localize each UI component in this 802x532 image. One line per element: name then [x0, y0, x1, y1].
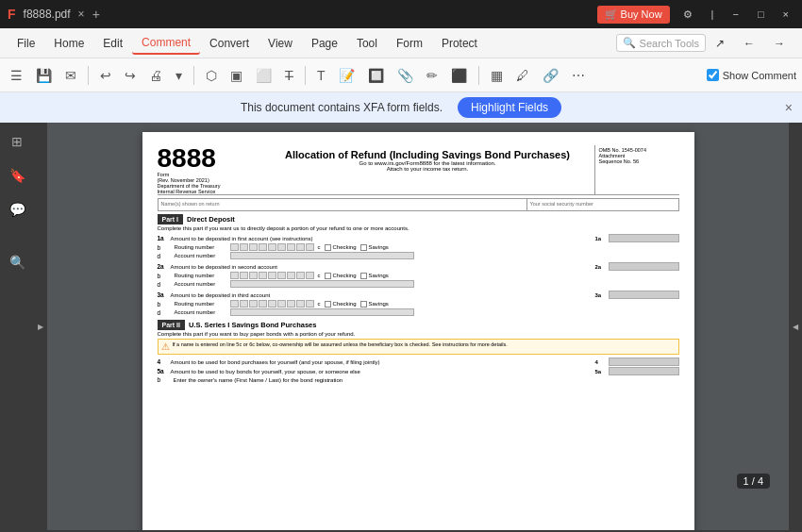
sidebar-pages-icon[interactable]: ⊞ — [8, 130, 26, 153]
account-field-2[interactable] — [230, 280, 414, 288]
menu-protect[interactable]: Protect — [432, 33, 487, 54]
menu-convert[interactable]: Convert — [200, 33, 259, 54]
row-2d-text: Account number — [175, 281, 226, 287]
redo-icon[interactable]: ↪ — [120, 65, 141, 86]
attach-icon[interactable]: 📎 — [393, 65, 418, 86]
row-5b-text: Enter the owner's name (First Name / Las… — [174, 377, 679, 383]
menu-tool[interactable]: Tool — [347, 33, 387, 54]
save-icon[interactable]: 💾 — [31, 65, 57, 86]
sequence-label: Sequence No. 56 — [599, 158, 640, 164]
row-2b-text: Routing number — [175, 273, 226, 278]
underline-icon[interactable]: ⬜ — [251, 65, 276, 86]
strikethrough-icon[interactable]: T̶ — [280, 65, 298, 86]
row-4-field[interactable] — [609, 357, 679, 366]
row-5a-num: 5a — [158, 368, 171, 374]
row-4-num: 4 — [158, 358, 171, 365]
part2-desc: Complete this part if you want to buy pa… — [158, 331, 679, 337]
select-icon[interactable]: ⬡ — [201, 65, 222, 86]
show-comment-checkbox[interactable] — [707, 69, 719, 81]
highlight-icon[interactable]: ▣ — [226, 65, 247, 86]
row-3b-text: Routing number — [175, 301, 226, 307]
menu-file[interactable]: File — [8, 33, 44, 54]
link-icon[interactable]: 🔗 — [538, 65, 563, 86]
external-link-icon[interactable]: ↗ — [706, 33, 734, 54]
check-1-checking: Checking — [325, 244, 357, 251]
menu-edit[interactable]: Edit — [93, 33, 132, 54]
separator-icon: | — [706, 7, 720, 22]
left-panel-toggle[interactable]: ▶ — [34, 123, 47, 530]
undo-icon[interactable]: ↩ — [95, 65, 116, 86]
row-1a-field[interactable] — [609, 234, 679, 242]
row-3a-text: Amount to be deposited in third account — [171, 292, 595, 298]
row-2a-text: Amount to be deposited in second account — [171, 264, 595, 270]
sidebar-search-icon[interactable]: 🔍 — [6, 251, 29, 274]
row-1a-text: Amount to be deposited in first account … — [171, 236, 595, 241]
account-field-1[interactable] — [230, 252, 414, 259]
menu-home[interactable]: Home — [44, 33, 93, 54]
part1-desc: Complete this part if you want us to dir… — [158, 225, 679, 231]
account-field-3[interactable] — [230, 308, 414, 316]
draw-icon[interactable]: ✏ — [422, 65, 443, 86]
forward-icon[interactable]: → — [764, 33, 794, 54]
menu-view[interactable]: View — [259, 33, 302, 54]
buy-now-button[interactable]: 🛒 Buy Now — [597, 6, 670, 24]
search-tools-label: Search Tools — [640, 38, 699, 49]
row-1a-num: 1a — [158, 235, 171, 241]
highlight-fields-button[interactable]: Highlight Fields — [458, 97, 561, 118]
eraser-icon[interactable]: ⬛ — [446, 65, 472, 86]
back-icon[interactable]: ← — [734, 33, 764, 54]
xfa-close-button[interactable]: × — [785, 100, 793, 115]
routing-boxes-2 — [230, 272, 314, 279]
part2-label: Part II — [158, 320, 185, 330]
menu-comment[interactable]: Comment — [132, 32, 200, 55]
show-comment-toggle[interactable]: Show Comment — [707, 69, 796, 81]
shape-icon[interactable]: T — [312, 65, 330, 86]
email-icon[interactable]: ✉ — [60, 65, 81, 86]
row-3a-num: 3a — [158, 291, 171, 298]
warning-text: If a name is entered on line 5c or 6c be… — [173, 341, 508, 347]
sidebar-bookmark-icon[interactable]: 🔖 — [6, 164, 29, 187]
print-icon[interactable]: 🖨 — [144, 65, 167, 86]
stamp-icon[interactable]: 🔲 — [363, 65, 389, 86]
tab-close-button[interactable]: × — [78, 8, 85, 21]
maximize-button[interactable]: □ — [752, 7, 770, 22]
tab-add-button[interactable]: + — [92, 7, 100, 22]
minimize-button[interactable]: − — [727, 7, 744, 22]
separator-4 — [478, 66, 479, 85]
menu-form[interactable]: Form — [387, 33, 432, 54]
hand-icon[interactable]: ☰ — [6, 65, 27, 86]
menu-page[interactable]: Page — [302, 33, 347, 54]
row-5a-field[interactable] — [609, 367, 679, 375]
routing-boxes-3 — [230, 300, 314, 308]
part1-label: Part I — [158, 214, 184, 224]
row-3c-label: c — [318, 301, 321, 307]
plugin-icon[interactable]: ⚙ — [677, 7, 698, 23]
toolbar: ☰ 💾 ✉ ↩ ↪ 🖨 ▾ ⬡ ▣ ⬜ T̶ T 📝 🔲 📎 ✏ ⬛ ▦ 🖊 🔗… — [0, 58, 802, 92]
separator-1 — [88, 66, 89, 85]
row-2a-field[interactable] — [609, 262, 679, 271]
row-4-label: 4 — [595, 359, 609, 365]
close-button[interactable]: × — [777, 7, 794, 22]
row-1d-text: Account number — [175, 253, 226, 258]
sign-icon[interactable]: 🖊 — [511, 65, 534, 86]
check-3-savings: Savings — [360, 301, 389, 308]
note-icon[interactable]: 📝 — [334, 65, 359, 86]
document-viewer: 8888 Form (Rev. November 2021) Departmen… — [47, 123, 789, 530]
row-1c-savings-label: Savings — [369, 244, 389, 250]
row-4-text: Amount to be used for bond purchases for… — [171, 359, 595, 365]
dropdown-icon[interactable]: ▾ — [171, 65, 187, 86]
row-3a-field[interactable] — [609, 291, 679, 299]
search-tools-input[interactable]: 🔍 Search Tools — [616, 34, 706, 52]
row-2a-num: 2a — [158, 263, 171, 270]
search-icon: 🔍 — [623, 37, 636, 49]
form-number: 8888 — [158, 145, 261, 172]
right-panel-toggle[interactable]: ◀ — [789, 123, 802, 530]
titlebar: F f8888.pdf × + 🛒 Buy Now ⚙ | − □ × — [0, 0, 802, 28]
more-icon[interactable]: ⋯ — [567, 65, 590, 86]
row-5a-text: Amount to be used to buy bonds for yours… — [171, 369, 595, 374]
row-5b-label: b — [158, 376, 171, 383]
sidebar-comment-icon[interactable]: 💬 — [6, 198, 29, 221]
table-icon[interactable]: ▦ — [486, 65, 508, 86]
row-3b-label: b — [158, 301, 171, 308]
row-2b-label: b — [158, 273, 171, 279]
